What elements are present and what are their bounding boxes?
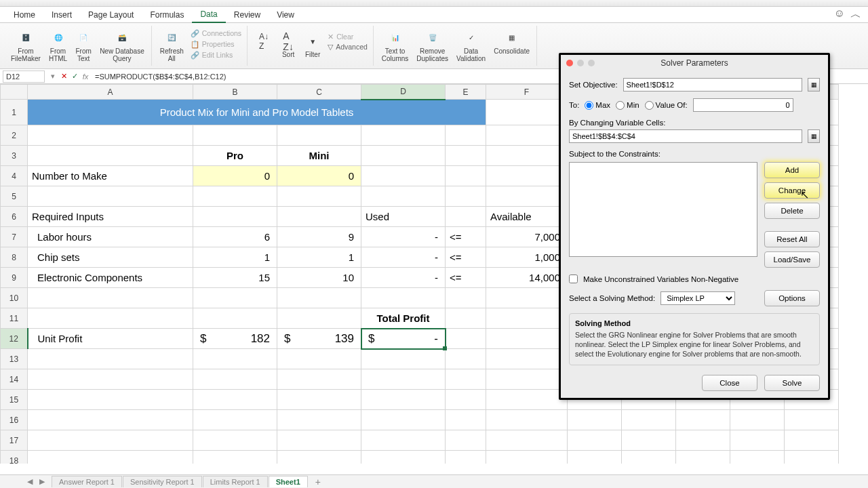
tab-data[interactable]: Data bbox=[192, 7, 225, 23]
cell[interactable]: Unit Profit bbox=[28, 329, 193, 349]
from-filemaker-button[interactable]: 🗄️From FileMaker bbox=[8, 28, 43, 64]
row-header[interactable]: 12 bbox=[1, 329, 28, 349]
new-db-query-button[interactable]: 🗃️New Database Query bbox=[97, 28, 147, 64]
range-picker-icon[interactable]: ▦ bbox=[808, 129, 820, 143]
refresh-all-button[interactable]: 🔄Refresh All bbox=[157, 28, 186, 64]
cell[interactable]: <= bbox=[446, 268, 486, 288]
remove-duplicates-button[interactable]: 🗑️Remove Duplicates bbox=[414, 28, 451, 64]
smiley-icon[interactable]: ☺ bbox=[834, 7, 845, 22]
cell[interactable]: 10 bbox=[277, 268, 361, 288]
consolidate-button[interactable]: ▦Consolidate bbox=[491, 28, 532, 64]
row-header[interactable]: 11 bbox=[1, 308, 28, 329]
cell[interactable]: Number to Make bbox=[28, 166, 193, 186]
cell[interactable]: 14,000 bbox=[486, 268, 568, 288]
cell[interactable]: Available bbox=[486, 207, 568, 227]
constraints-list[interactable] bbox=[569, 162, 757, 257]
cell[interactable]: Electronic Components bbox=[28, 268, 193, 288]
cell[interactable]: Required Inputs bbox=[28, 207, 193, 227]
cell[interactable]: Labor hours bbox=[28, 227, 193, 247]
accept-icon[interactable]: ✓ bbox=[69, 72, 80, 81]
add-constraint-button[interactable]: Add bbox=[764, 162, 820, 178]
load-save-button[interactable]: Load/Save bbox=[764, 251, 820, 268]
max-radio[interactable]: Max bbox=[585, 101, 610, 110]
tab-nav-prev[interactable]: ◀ bbox=[27, 477, 33, 486]
cell[interactable]: 1 bbox=[277, 247, 361, 268]
change-constraint-button[interactable]: Change bbox=[764, 182, 820, 199]
from-text-button[interactable]: 📄From Text bbox=[73, 28, 94, 64]
close-button[interactable]: Close bbox=[702, 375, 757, 391]
cell[interactable]: - bbox=[361, 247, 446, 268]
filter-button[interactable]: ▼Filter bbox=[302, 32, 323, 60]
dialog-titlebar[interactable]: Solver Parameters bbox=[561, 55, 828, 71]
active-cell[interactable]: $- bbox=[361, 329, 446, 349]
objective-input[interactable] bbox=[623, 78, 802, 92]
tab-view[interactable]: View bbox=[269, 7, 302, 22]
row-header[interactable]: 14 bbox=[1, 369, 28, 390]
cell[interactable]: <= bbox=[446, 227, 486, 247]
row-header[interactable]: 13 bbox=[1, 349, 28, 369]
col-header-D[interactable]: D bbox=[361, 85, 446, 100]
data-validation-button[interactable]: ✓Data Validation bbox=[454, 28, 488, 64]
sort-button[interactable]: AZ↓Sort bbox=[277, 32, 299, 60]
row-header[interactable]: 18 bbox=[1, 451, 28, 464]
range-picker-icon[interactable]: ▦ bbox=[808, 78, 820, 92]
select-all-corner[interactable] bbox=[1, 85, 28, 100]
tab-nav-next[interactable]: ▶ bbox=[39, 477, 45, 486]
chevron-up-icon[interactable]: ︿ bbox=[850, 7, 861, 22]
nonnegative-checkbox[interactable] bbox=[569, 274, 578, 283]
options-button[interactable]: Options bbox=[764, 290, 820, 306]
row-header[interactable]: 1 bbox=[1, 100, 28, 125]
cell[interactable]: 0 bbox=[193, 166, 277, 186]
from-html-button[interactable]: 🌐From HTML bbox=[46, 28, 70, 64]
row-header[interactable]: 3 bbox=[1, 146, 28, 166]
cancel-icon[interactable]: ✕ bbox=[58, 72, 69, 81]
cell[interactable]: Total Profit bbox=[361, 308, 446, 329]
sheet-tab[interactable]: Sensitivity Report 1 bbox=[123, 476, 202, 487]
advanced-button[interactable]: ▽Advanced bbox=[326, 42, 369, 52]
cell[interactable]: $139 bbox=[277, 329, 361, 349]
col-header-C[interactable]: C bbox=[277, 85, 361, 100]
fx-icon[interactable]: fx bbox=[80, 73, 91, 81]
cell[interactable]: - bbox=[361, 227, 446, 247]
cell[interactable]: 1,000 bbox=[486, 247, 568, 268]
tab-formulas[interactable]: Formulas bbox=[142, 7, 192, 22]
cell[interactable]: 7,000 bbox=[486, 227, 568, 247]
cell[interactable]: Used bbox=[361, 207, 446, 227]
tab-page-layout[interactable]: Page Layout bbox=[80, 7, 142, 22]
value-of-input[interactable] bbox=[693, 98, 793, 112]
min-radio[interactable]: Min bbox=[616, 101, 639, 110]
row-header[interactable]: 2 bbox=[1, 125, 28, 146]
title-cell[interactable]: Product Mix for Mini and Pro Model Table… bbox=[28, 100, 486, 125]
col-header-A[interactable]: A bbox=[28, 85, 193, 100]
sheet-tab[interactable]: Limits Report 1 bbox=[203, 476, 268, 487]
cell[interactable]: 1 bbox=[193, 247, 277, 268]
cell[interactable]: <= bbox=[446, 247, 486, 268]
tab-insert[interactable]: Insert bbox=[43, 7, 80, 22]
row-header[interactable]: 6 bbox=[1, 207, 28, 227]
cell[interactable]: 0 bbox=[277, 166, 361, 186]
cell[interactable]: 15 bbox=[193, 268, 277, 288]
cell[interactable]: 6 bbox=[193, 227, 277, 247]
changing-cells-input[interactable] bbox=[569, 129, 802, 143]
cell[interactable]: - bbox=[361, 268, 446, 288]
col-header-E[interactable]: E bbox=[446, 85, 486, 100]
properties-button[interactable]: 📋Properties bbox=[189, 39, 243, 49]
edit-links-button[interactable]: 🔗Edit Links bbox=[189, 50, 243, 60]
dropdown-icon[interactable]: ▾ bbox=[47, 72, 58, 81]
row-header[interactable]: 5 bbox=[1, 186, 28, 207]
row-header[interactable]: 4 bbox=[1, 166, 28, 186]
delete-constraint-button[interactable]: Delete bbox=[764, 203, 820, 219]
row-header[interactable]: 7 bbox=[1, 227, 28, 247]
connections-button[interactable]: 🔗Connections bbox=[189, 28, 243, 39]
cell[interactable]: Chip sets bbox=[28, 247, 193, 268]
row-header[interactable]: 10 bbox=[1, 288, 28, 308]
name-box[interactable] bbox=[3, 70, 45, 83]
row-header[interactable]: 15 bbox=[1, 390, 28, 410]
sheet-tab[interactable]: Answer Report 1 bbox=[52, 476, 122, 487]
cell[interactable]: Mini bbox=[277, 146, 361, 166]
sheet-tab[interactable]: Sheet1 bbox=[269, 476, 308, 487]
cell[interactable]: $182 bbox=[193, 329, 277, 349]
row-header[interactable]: 9 bbox=[1, 268, 28, 288]
clear-button[interactable]: ✕Clear bbox=[326, 32, 369, 41]
col-header-B[interactable]: B bbox=[193, 85, 277, 100]
